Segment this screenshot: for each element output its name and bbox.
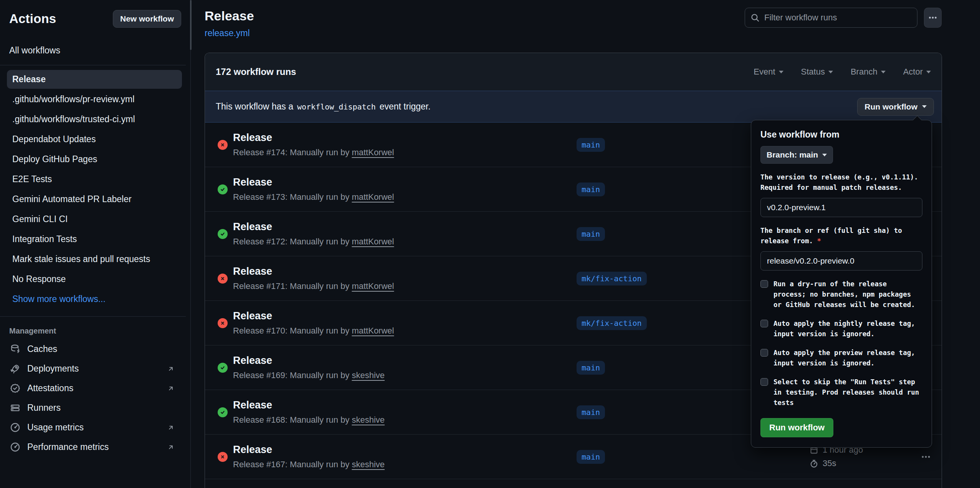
field-input[interactable] — [760, 251, 922, 271]
meter-icon — [10, 422, 20, 433]
sidebar-scrollbar[interactable] — [190, 0, 192, 50]
sidebar-item-all-workflows[interactable]: All workflows — [0, 41, 190, 60]
run-actor-link[interactable]: mattKorwel — [352, 326, 394, 335]
workflow-options-kebab-button[interactable] — [924, 8, 942, 28]
run-workflow-dropdown-button[interactable]: Run workflow — [857, 98, 934, 116]
branch-badge[interactable]: main — [577, 405, 605, 419]
filter-runs-input[interactable] — [764, 13, 912, 23]
run-title-link[interactable]: Release — [233, 176, 272, 188]
sidebar-item-no-response[interactable]: No Response — [7, 270, 182, 289]
filter-button-actor[interactable]: Actor — [903, 67, 931, 77]
run-description-text: Release #167: Manually run by — [233, 460, 349, 469]
sidebar-item-github-workflows-pr-review-yml[interactable]: .github/workflows/pr-review.yml — [7, 90, 182, 109]
banner-text-after: event trigger. — [380, 101, 431, 112]
management-item-usage-metrics[interactable]: Usage metrics — [0, 418, 190, 437]
run-title-link[interactable]: Release — [233, 310, 272, 322]
run-title-link[interactable]: Release — [233, 399, 272, 411]
branch-badge[interactable]: main — [577, 138, 605, 152]
run-description-text: Release #169: Manually run by — [233, 370, 349, 380]
run-title-link[interactable]: Release — [233, 132, 272, 144]
run-actor-link[interactable]: skeshive — [352, 415, 385, 425]
sidebar-item-github-workflows-trusted-ci-yml[interactable]: .github/workflows/trusted-ci.yml — [7, 110, 182, 129]
management-item-deployments[interactable]: Deployments — [0, 359, 190, 378]
new-workflow-button[interactable]: New workflow — [113, 10, 181, 28]
server-icon — [10, 403, 20, 413]
branch-badge[interactable]: mk/fix-action — [577, 316, 647, 330]
run-actor-link[interactable]: mattKorwel — [352, 192, 394, 202]
field-description: The branch or ref (full git sha) to rele… — [760, 226, 923, 246]
rocket-icon — [10, 364, 20, 374]
dialog-checkboxes: Run a dry-run of the release process; no… — [760, 279, 922, 408]
workflow-file-link[interactable]: release.yml — [205, 28, 250, 38]
management-section-label: Management — [0, 321, 190, 339]
sidebar-item-gemini-automated-pr-labeler[interactable]: Gemini Automated PR Labeler — [7, 190, 182, 209]
run-actor-link[interactable]: skeshive — [352, 460, 385, 469]
dialog-checkbox-row: Select to skip the "Run Tests" step in t… — [760, 377, 922, 408]
chevron-down-icon — [881, 71, 886, 73]
required-asterisk: * — [817, 237, 821, 245]
run-title-link[interactable]: Release — [233, 221, 272, 233]
sidebar-item-release[interactable]: Release — [7, 70, 182, 89]
run-actor-link[interactable]: mattKorwel — [352, 281, 394, 291]
run-description: Release #168: Manually run by skeshive — [233, 415, 577, 425]
run-workflow-dialog: Use workflow from Branch: main The versi… — [751, 120, 932, 448]
run-workflow-submit-button[interactable]: Run workflow — [760, 418, 833, 437]
dialog-checkbox[interactable] — [760, 349, 768, 357]
dialog-checkbox-row: Auto apply the preview release tag, inpu… — [760, 348, 922, 368]
branch-selector-button[interactable]: Branch: main — [760, 146, 833, 164]
run-description-text: Release #171: Manually run by — [233, 281, 349, 291]
check-circle-icon — [218, 184, 228, 194]
management-item-caches[interactable]: Caches — [0, 339, 190, 359]
show-more-workflows-link[interactable]: Show more workflows... — [7, 290, 182, 309]
chevron-down-icon — [828, 71, 833, 73]
management-item-label: Deployments — [27, 364, 79, 374]
management-item-label: Attestations — [27, 383, 73, 393]
management-item-attestations[interactable]: Attestations — [0, 378, 190, 398]
branch-badge[interactable]: mk/fix-action — [577, 272, 647, 285]
dialog-checkbox[interactable] — [760, 280, 768, 288]
chevron-down-icon — [779, 71, 783, 73]
filter-label: Status — [801, 67, 825, 77]
run-title-link[interactable]: Release — [233, 266, 272, 277]
run-title-link[interactable]: Release — [233, 355, 272, 367]
sidebar-item-dependabot-updates[interactable]: Dependabot Updates — [7, 130, 182, 149]
run-options-kebab-icon[interactable] — [921, 452, 931, 462]
run-actor-link[interactable]: skeshive — [352, 370, 385, 380]
sidebar-item-deploy-github-pages[interactable]: Deploy GitHub Pages — [7, 150, 182, 169]
x-circle-icon — [218, 318, 228, 328]
meter-icon — [10, 442, 20, 452]
run-actor-link[interactable]: mattKorwel — [352, 237, 394, 246]
branch-badge[interactable]: main — [577, 227, 605, 241]
branch-badge[interactable]: main — [577, 450, 605, 464]
arrow-up-right-icon — [167, 423, 175, 432]
dialog-field: The branch or ref (full git sha) to rele… — [760, 226, 922, 271]
check-circle-icon — [218, 407, 228, 417]
verified-icon — [10, 383, 20, 393]
management-item-runners[interactable]: Runners — [0, 398, 190, 418]
search-area — [745, 8, 942, 28]
dialog-checkbox[interactable] — [760, 378, 768, 386]
filter-button-event[interactable]: Event — [754, 67, 783, 77]
kebab-horizontal-icon — [928, 13, 937, 22]
sidebar-item-e2e-tests[interactable]: E2E Tests — [7, 170, 182, 189]
workflow-header: Release release.yml — [205, 8, 254, 38]
run-title-link[interactable]: Release — [233, 444, 272, 456]
dialog-checkbox[interactable] — [760, 320, 768, 327]
sidebar-item-gemini-cli-ci[interactable]: Gemini CLI CI — [7, 210, 182, 229]
arrow-up-right-icon — [167, 384, 175, 393]
branch-selector-label: Branch: main — [767, 150, 818, 159]
branch-badge[interactable]: main — [577, 183, 605, 196]
run-description-text: Release #173: Manually run by — [233, 192, 349, 202]
run-actor-link[interactable]: mattKorwel — [352, 148, 394, 157]
sidebar-item-mark-stale-issues-and-pull-requests[interactable]: Mark stale issues and pull requests — [7, 250, 182, 269]
branch-badge[interactable]: main — [577, 361, 605, 375]
filter-button-branch[interactable]: Branch — [851, 67, 886, 77]
management-item-performance-metrics[interactable]: Performance metrics — [0, 437, 190, 457]
management-item-label: Performance metrics — [27, 442, 109, 452]
management-item-label: Usage metrics — [27, 422, 84, 433]
filter-button-status[interactable]: Status — [801, 67, 833, 77]
dialog-fields: The version to release (e.g., v0.1.11). … — [760, 172, 922, 271]
run-description-text: Release #172: Manually run by — [233, 237, 349, 246]
sidebar-item-integration-tests[interactable]: Integration Tests — [7, 230, 182, 249]
field-input[interactable] — [760, 198, 922, 217]
